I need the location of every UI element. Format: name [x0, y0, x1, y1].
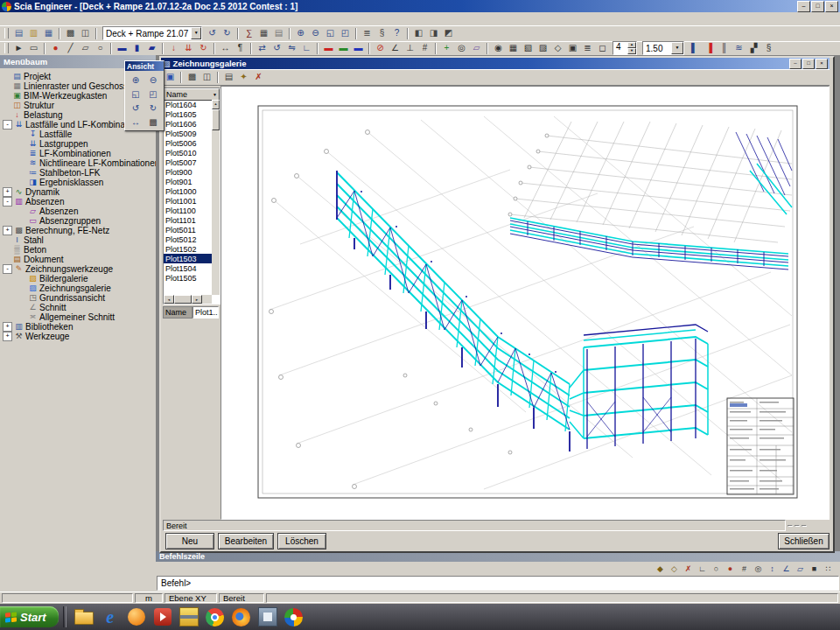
lock-plane-icon[interactable]: ■	[808, 563, 821, 575]
chevron-down-icon[interactable]: ▼	[191, 27, 201, 39]
named-view-icon[interactable]: ≣	[580, 42, 595, 54]
plot-list-item[interactable]: Plot5012	[164, 234, 212, 244]
columns-icon[interactable]: ║	[717, 42, 732, 54]
tree-expander-icon[interactable]	[18, 217, 26, 225]
menu-item[interactable]	[10, 18, 21, 20]
select-box-icon[interactable]: ▭	[26, 42, 41, 54]
new-plot-button[interactable]: Neu	[165, 533, 214, 550]
left-panel-icon[interactable]: ▌	[687, 42, 702, 54]
tree-expander-icon[interactable]: -	[3, 120, 12, 130]
menu-item[interactable]	[84, 18, 94, 20]
angle-icon[interactable]: ∠	[388, 42, 402, 54]
right-panel-icon[interactable]: ▐	[702, 42, 717, 54]
gallery-titlebar[interactable]: ▨ Zeichnungsgalerie – □ ×	[161, 58, 830, 69]
green-pen-icon[interactable]: ▬	[336, 42, 351, 54]
tree-expander-icon[interactable]	[3, 111, 10, 119]
cursor-step-icon[interactable]: ↕	[766, 563, 779, 575]
moment-load-icon[interactable]: ↻	[196, 42, 211, 54]
plot-list-item[interactable]: Plot1504	[164, 263, 212, 273]
tree-expander-icon[interactable]	[18, 130, 26, 138]
plot-list-item[interactable]: Plot1100	[164, 206, 212, 215]
delete-plot-icon[interactable]: ✗	[251, 71, 266, 83]
plot-name-field[interactable]: Plot1...	[192, 306, 219, 318]
plot-list-item[interactable]: Plot5009	[164, 129, 212, 138]
open-project-icon[interactable]: ▥	[26, 27, 41, 39]
tree-expander-icon[interactable]: -	[3, 264, 12, 274]
dimension-icon[interactable]: ↔	[218, 42, 233, 54]
tree-item-grundrissansicht[interactable]: ◳ Grundrissansicht	[2, 293, 156, 303]
tree-expander-icon[interactable]	[3, 256, 10, 263]
redraw-icon[interactable]: ↻	[144, 101, 162, 115]
circle-icon[interactable]: ○	[93, 42, 108, 54]
menu-item[interactable]	[63, 18, 74, 20]
mirror-icon[interactable]: ⇋	[284, 42, 299, 54]
plot-list-item[interactable]: Plot1606	[164, 119, 212, 129]
spin-up-icon[interactable]: ▲	[627, 42, 636, 48]
print-view-icon[interactable]: ▩	[144, 115, 162, 129]
tree-item-berechnung-fe-netz[interactable]: + ▩ Berechnung, FE-Netz	[2, 226, 156, 235]
zoom-all-icon[interactable]: ◰	[144, 87, 162, 101]
plate-icon[interactable]: ▰	[144, 42, 159, 54]
minimize-icon[interactable]: –	[789, 59, 802, 69]
tree-item-nichtlineare-lfk[interactable]: ≋ Nichtlineare LF-Kombinationen	[2, 158, 156, 168]
close-icon[interactable]: ×	[816, 59, 828, 69]
firefox-icon[interactable]	[228, 604, 255, 630]
zoom-in-icon[interactable]: ⊕	[127, 73, 144, 87]
view-palette-titlebar[interactable]: Ansicht	[125, 61, 164, 71]
tree-item-ergebnisklassen[interactable]: ◨ Ergebnisklassen	[2, 178, 156, 187]
status-unit-cell[interactable]: m	[135, 593, 163, 603]
tree-expander-icon[interactable]	[18, 275, 26, 283]
print-preview-icon[interactable]: ◫	[200, 71, 214, 83]
tree-item-werkzeuge[interactable]: + ⚒ Werkzeuge	[2, 332, 156, 341]
blue-pen-icon[interactable]: ▬	[351, 42, 366, 54]
plot-list-item[interactable]: Plot1505	[164, 273, 212, 283]
maximize-icon[interactable]: □	[811, 1, 824, 12]
maximize-icon[interactable]: □	[802, 59, 815, 69]
plot-list-item[interactable]: Plot1000	[164, 186, 212, 196]
results-table-icon[interactable]: ▦	[256, 27, 271, 39]
zoom-out-icon[interactable]: ⊖	[308, 27, 323, 39]
winzip-icon[interactable]	[176, 604, 202, 630]
tree-expander-icon[interactable]	[3, 82, 10, 90]
tree-expander-icon[interactable]	[3, 73, 10, 80]
zoom-in-icon[interactable]: ⊕	[293, 27, 308, 39]
options-icon[interactable]: §	[374, 27, 389, 39]
red-pen-icon[interactable]: ▬	[321, 42, 336, 54]
layers-icon[interactable]: ≣	[360, 27, 374, 39]
plot-list-item[interactable]: Plot901	[164, 177, 212, 186]
scroll-right-icon[interactable]: ►	[192, 295, 202, 304]
full-screen-icon[interactable]: ◻	[595, 42, 610, 54]
point-load-icon[interactable]: ↓	[166, 42, 181, 54]
scia-engineer-icon[interactable]	[281, 604, 307, 630]
toolbar-grip[interactable]	[4, 28, 9, 38]
perspective-icon[interactable]: ◇	[550, 42, 565, 54]
menu-item[interactable]	[32, 18, 42, 20]
real-player-icon[interactable]	[150, 604, 176, 630]
tree-item-absenzen-child[interactable]: ▱ Absenzen	[2, 206, 156, 216]
tree-item-dynamik[interactable]: + ∿ Dynamik	[2, 187, 156, 197]
perpendicular-icon[interactable]: ⊥	[402, 42, 417, 54]
tree-item-stahl[interactable]: I Stahl	[2, 235, 156, 245]
status-plane-cell[interactable]: Ebene XY	[164, 593, 217, 603]
waves-icon[interactable]: ≋	[732, 42, 746, 54]
toolbar-grip[interactable]	[4, 43, 9, 53]
tree-expander-icon[interactable]: -	[3, 197, 12, 206]
chevron-down-icon[interactable]: ▼	[213, 92, 217, 97]
snap-endpoint-icon[interactable]: ◆	[654, 563, 667, 575]
tree-expander-icon[interactable]: +	[3, 322, 12, 332]
close-gallery-button[interactable]: Schließen	[778, 533, 830, 550]
tree-item-absenzen[interactable]: - ▥ Absenzen	[2, 197, 156, 206]
tree-item-zeichnungsgalerie[interactable]: ▨ Zeichnungsgalerie	[2, 284, 156, 293]
tree-item-beton[interactable]: ▒ Beton	[2, 245, 156, 255]
tree-expander-icon[interactable]: +	[3, 226, 12, 235]
drawing-viewport[interactable]	[220, 86, 830, 520]
previous-view-icon[interactable]: ↺	[127, 101, 144, 115]
plot-list-item[interactable]: Plot5011	[164, 225, 212, 234]
polar-tracking-icon[interactable]: ∠	[780, 563, 793, 575]
diag-hatch-icon[interactable]: ▞	[746, 42, 761, 54]
plot-list-item[interactable]: Plot1605	[164, 109, 212, 119]
menu-item[interactable]	[42, 18, 52, 20]
snap-midpoint-icon[interactable]: ◇	[668, 563, 681, 575]
origin-icon[interactable]: ◎	[454, 42, 469, 54]
plot-list-item[interactable]: Plot5007	[164, 158, 212, 167]
